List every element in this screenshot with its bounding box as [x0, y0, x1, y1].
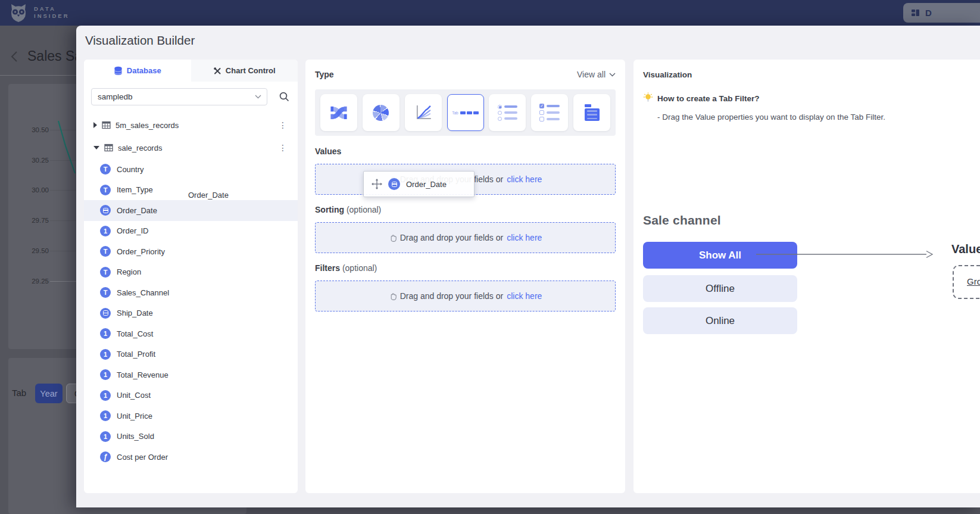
- dropdown-filter-icon: [585, 104, 600, 121]
- drag-ghost-chip[interactable]: Order_Date: [363, 171, 475, 197]
- field-row-cost-per-order[interactable]: Cost per Order: [84, 447, 298, 468]
- option-online[interactable]: Online: [643, 307, 797, 334]
- table-row-5m-sales-records[interactable]: 5m_sales_records ⋮: [84, 114, 298, 136]
- drag-chip-label: Order_Date: [406, 180, 447, 189]
- field-row-total-revenue[interactable]: Total_Revenue: [84, 365, 298, 385]
- table-icon: [104, 144, 113, 152]
- field-row-sales-channel[interactable]: Sales_Channel: [84, 282, 298, 303]
- date-field-icon: [100, 308, 111, 319]
- number-field-icon: [100, 226, 111, 236]
- text-field-icon: [100, 185, 111, 195]
- chart-type-strip: Tab ✓: [315, 89, 616, 136]
- number-field-icon: [100, 431, 111, 442]
- group-drop-target[interactable]: Group: [953, 265, 980, 299]
- number-field-icon: [100, 349, 111, 360]
- chevron-down-icon[interactable]: [255, 95, 261, 99]
- lightbulb-icon: [643, 92, 653, 103]
- move-icon: [372, 179, 382, 189]
- y-axis-tick: 30.25: [23, 157, 49, 164]
- brand-text: DATA INSIDER: [34, 5, 70, 20]
- chart-type-dropdown[interactable]: [573, 94, 610, 131]
- field-row-order-date[interactable]: Order_Date: [84, 200, 298, 221]
- caret-right-icon[interactable]: [93, 122, 97, 128]
- field-row-total-profit[interactable]: Total_Profit: [84, 344, 298, 365]
- number-field-icon: [100, 390, 111, 401]
- text-field-icon: [100, 164, 111, 175]
- visualization-header: Visualization: [643, 70, 692, 79]
- kebab-menu-icon[interactable]: ⋮: [279, 144, 287, 152]
- sorting-section-label: Sorting (optional): [315, 205, 381, 214]
- x-axis-line: [50, 281, 77, 282]
- tip-title: How to create a Tab Filter?: [657, 94, 760, 103]
- schema-tree: 5m_sales_records ⋮ sale_records ⋮: [84, 114, 298, 468]
- values-click-here-link[interactable]: click here: [507, 175, 542, 184]
- widget-title: Sale channel: [643, 213, 721, 228]
- tab-group-label: Tab: [12, 388, 26, 398]
- filters-dropzone[interactable]: Drag and drop your fields or click here: [315, 281, 616, 311]
- group-annotation-label: Group: [967, 276, 980, 286]
- field-row-units-sold[interactable]: Units_Sold: [84, 426, 298, 447]
- tab-chart-control[interactable]: Chart Control: [191, 60, 298, 82]
- tab-filter-icon: Tab: [452, 111, 478, 115]
- caret-down-icon[interactable]: [93, 146, 99, 149]
- field-row-region[interactable]: Region: [84, 262, 298, 283]
- visualization-builder-modal: Visualization Builder Database: [76, 26, 980, 507]
- drag-hand-icon: [389, 233, 397, 242]
- drag-hand-icon: [389, 292, 397, 300]
- value-annotation-label: Value: [951, 242, 980, 256]
- text-field-icon: [100, 246, 111, 257]
- multi-choice-icon: ✓: [539, 102, 560, 123]
- sorting-dropzone[interactable]: Drag and drop your fields or click here: [315, 222, 616, 253]
- table-row-sale-records[interactable]: sale_records ⋮: [84, 136, 298, 159]
- field-row-ship-date[interactable]: Ship_Date: [84, 303, 298, 324]
- chart-type-single-choice[interactable]: [489, 94, 526, 131]
- database-icon: [114, 66, 123, 76]
- teal-line-series: [54, 115, 79, 180]
- tab-database-label: Database: [127, 66, 161, 75]
- option-offline[interactable]: Offline: [643, 275, 797, 302]
- sankey-chart-icon: [327, 102, 350, 123]
- chart-type-tab-filter[interactable]: Tab: [447, 94, 484, 131]
- field-row-unit-price[interactable]: Unit_Price: [84, 406, 298, 426]
- back-arrow-icon[interactable]: [8, 49, 21, 64]
- top-nav-bar: DATA INSIDER D: [0, 0, 980, 26]
- y-axis-tick: 30.50: [23, 126, 49, 133]
- brand-logo[interactable]: DATA INSIDER: [8, 2, 70, 23]
- y-axis-tick: 30.00: [23, 186, 49, 194]
- gridline: [50, 220, 77, 221]
- y-axis-tick: 29.50: [23, 247, 49, 254]
- dashboard-button-label: D: [925, 8, 932, 18]
- chart-type-sankey[interactable]: [320, 94, 357, 131]
- chart-type-line[interactable]: [405, 94, 442, 131]
- number-field-icon: [100, 410, 111, 421]
- field-row-order-priority[interactable]: Order_Priority: [84, 241, 298, 262]
- drag-ghost-text: Order_Date: [188, 191, 229, 200]
- tools-icon: [213, 67, 221, 75]
- field-row-country[interactable]: Country: [84, 159, 298, 180]
- field-row-total-cost[interactable]: Total_Cost: [84, 323, 298, 344]
- chart-type-pie[interactable]: [363, 94, 400, 131]
- search-icon[interactable]: [279, 91, 290, 102]
- field-row-order-id[interactable]: Order_ID: [84, 221, 298, 242]
- chevron-down-icon: [609, 73, 616, 77]
- view-all-button[interactable]: View all: [577, 70, 616, 79]
- filters-click-here-link[interactable]: click here: [507, 291, 542, 301]
- chart-type-multi-choice[interactable]: ✓: [531, 94, 568, 131]
- type-section-label: Type: [315, 70, 334, 79]
- text-field-icon: [100, 267, 111, 278]
- date-field-icon: [388, 178, 400, 190]
- kebab-menu-icon[interactable]: ⋮: [279, 121, 287, 129]
- gridline: [50, 251, 77, 251]
- y-axis-tick: 29.75: [23, 217, 49, 224]
- dashboard-nav-button[interactable]: D: [903, 3, 980, 23]
- field-row-unit-cost[interactable]: Unit_Cost: [84, 385, 298, 406]
- tab-year[interactable]: Year: [35, 384, 63, 403]
- database-select-input[interactable]: [91, 88, 267, 105]
- visualization-panel: Visualization How to create a Tab Filter…: [633, 60, 980, 493]
- values-section-label: Values: [315, 147, 341, 156]
- screen: DATA INSIDER D Sales Sa 30.50 30.25 30.0…: [0, 0, 980, 514]
- modal-title: Visualization Builder: [85, 33, 195, 48]
- tab-database[interactable]: Database: [84, 60, 191, 82]
- filters-section-label: Filters (optional): [315, 263, 377, 273]
- sorting-click-here-link[interactable]: click here: [507, 233, 542, 242]
